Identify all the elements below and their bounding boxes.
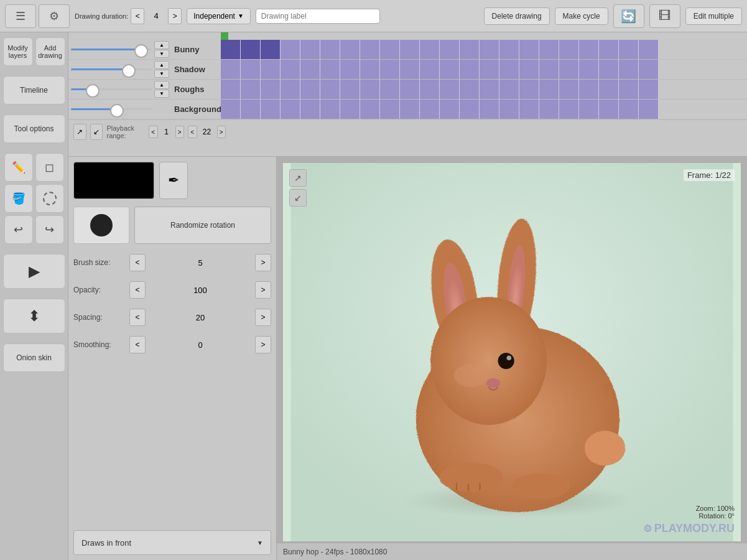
timeline-cell[interactable] <box>320 60 340 79</box>
timeline-cell[interactable] <box>360 100 380 119</box>
bunny-opacity-slider[interactable] <box>71 49 152 50</box>
timeline-cell[interactable] <box>340 80 360 99</box>
timeline-cell[interactable] <box>460 40 480 59</box>
timeline-cell[interactable] <box>519 100 539 119</box>
timeline-cell[interactable] <box>221 60 241 79</box>
timeline-cell[interactable] <box>320 80 340 99</box>
timeline-button[interactable]: Timeline <box>3 76 65 105</box>
timeline-cell[interactable] <box>380 100 400 119</box>
timeline-cell[interactable] <box>261 80 281 99</box>
expand-bottomright-button[interactable]: ↙ <box>289 189 307 207</box>
expand-br-button[interactable]: ↙ <box>90 124 103 140</box>
timeline-cell[interactable] <box>599 100 619 119</box>
timeline-cell[interactable] <box>480 40 499 59</box>
opacity-more-button[interactable]: > <box>255 281 271 299</box>
undo-button[interactable]: ↩ <box>4 215 33 244</box>
independent-dropdown[interactable]: Independent ▼ <box>187 8 251 24</box>
spacing-more-button[interactable]: > <box>255 309 271 326</box>
timeline-cell[interactable] <box>519 60 539 79</box>
redo-button[interactable]: ↪ <box>35 215 64 244</box>
expand-topleft-button[interactable]: ↗ <box>289 169 307 187</box>
timeline-cell[interactable] <box>400 100 420 119</box>
timeline-cell[interactable] <box>599 40 619 59</box>
shadow-down-button[interactable]: ▼ <box>154 70 169 78</box>
timeline-cell[interactable] <box>619 100 639 119</box>
timeline-cell[interactable] <box>499 40 519 59</box>
range-start-less[interactable]: < <box>149 126 157 138</box>
timeline-cell[interactable] <box>639 40 659 59</box>
timeline-cell[interactable] <box>221 80 241 99</box>
eraser-button[interactable]: ◻ <box>35 153 64 182</box>
timeline-cell[interactable] <box>300 60 320 79</box>
timeline-cell[interactable] <box>241 60 261 79</box>
timeline-cell[interactable] <box>300 80 320 99</box>
play-button[interactable]: ▶ <box>3 254 65 289</box>
timeline-cell[interactable] <box>261 40 281 59</box>
eyedropper-button[interactable]: ✒ <box>159 162 188 199</box>
timeline-cell[interactable] <box>639 80 659 99</box>
timeline-cell[interactable] <box>281 60 300 79</box>
timeline-cell[interactable] <box>380 40 400 59</box>
timeline-cell[interactable] <box>579 40 599 59</box>
timeline-cell[interactable] <box>539 80 559 99</box>
bunny-down-button[interactable]: ▼ <box>154 50 169 58</box>
timeline-cell[interactable] <box>340 40 360 59</box>
tool-options-button[interactable]: Tool options <box>3 114 65 143</box>
timeline-cell[interactable] <box>599 60 619 79</box>
timeline-cell[interactable] <box>539 100 559 119</box>
timeline-cell[interactable] <box>261 60 281 79</box>
range-end-more[interactable]: > <box>217 126 226 138</box>
timeline-cell[interactable] <box>400 40 420 59</box>
timeline-cell[interactable] <box>619 80 639 99</box>
timeline-marker[interactable] <box>221 32 228 40</box>
timeline-cell[interactable] <box>261 100 281 119</box>
color-swatch[interactable] <box>73 162 154 199</box>
timeline-cell[interactable] <box>559 80 579 99</box>
timeline-cell[interactable] <box>639 60 659 79</box>
hamburger-menu-button[interactable]: ☰ <box>5 4 36 28</box>
timeline-cell[interactable] <box>241 80 261 99</box>
duration-more-button[interactable]: > <box>168 8 182 24</box>
shadow-opacity-slider[interactable] <box>71 68 152 70</box>
fill-button[interactable]: 🪣 <box>4 184 33 213</box>
edit-multiple-button[interactable]: Edit multiple <box>685 7 742 25</box>
smoothing-less-button[interactable]: < <box>129 336 146 353</box>
timeline-cell[interactable] <box>499 100 519 119</box>
timeline-cell[interactable] <box>340 60 360 79</box>
timeline-cell[interactable] <box>221 40 241 59</box>
timeline-cell[interactable] <box>559 40 579 59</box>
bunny-up-button[interactable]: ▲ <box>154 41 169 49</box>
timeline-cell[interactable] <box>320 40 340 59</box>
background-opacity-slider[interactable] <box>71 108 152 110</box>
duration-less-button[interactable]: < <box>131 8 144 24</box>
timeline-cell[interactable] <box>480 100 499 119</box>
timeline-cell[interactable] <box>221 100 241 119</box>
timeline-cell[interactable] <box>460 100 480 119</box>
timeline-cell[interactable] <box>579 100 599 119</box>
brush-button[interactable]: ✏️ <box>4 153 33 182</box>
timeline-cell[interactable] <box>440 80 460 99</box>
roughs-opacity-slider[interactable] <box>71 88 152 90</box>
expand-tl-button[interactable]: ↗ <box>73 124 86 140</box>
roughs-up-button[interactable]: ▲ <box>154 81 169 89</box>
timeline-cell[interactable] <box>360 80 380 99</box>
timeline-cell[interactable] <box>300 100 320 119</box>
timeline-cell[interactable] <box>380 60 400 79</box>
drawing-label-input[interactable] <box>256 9 380 24</box>
timeline-cell[interactable] <box>440 60 460 79</box>
timeline-cell[interactable] <box>619 40 639 59</box>
timeline-cell[interactable] <box>241 40 261 59</box>
timeline-cell[interactable] <box>400 80 420 99</box>
randomize-rotation-button[interactable]: Randomize rotation <box>134 207 271 244</box>
make-cycle-button[interactable]: Make cycle <box>555 7 608 25</box>
timeline-cell[interactable] <box>579 60 599 79</box>
timeline-cell[interactable] <box>360 60 380 79</box>
onion-skin-button[interactable]: Onion skin <box>3 343 65 372</box>
timeline-cell[interactable] <box>619 60 639 79</box>
timeline-cell[interactable] <box>539 40 559 59</box>
smoothing-more-button[interactable]: > <box>255 336 271 353</box>
delete-drawing-button[interactable]: Delete drawing <box>484 7 550 25</box>
brush-size-less-button[interactable]: < <box>129 254 146 271</box>
roughs-down-button[interactable]: ▼ <box>154 90 169 98</box>
timeline-cell[interactable] <box>320 100 340 119</box>
